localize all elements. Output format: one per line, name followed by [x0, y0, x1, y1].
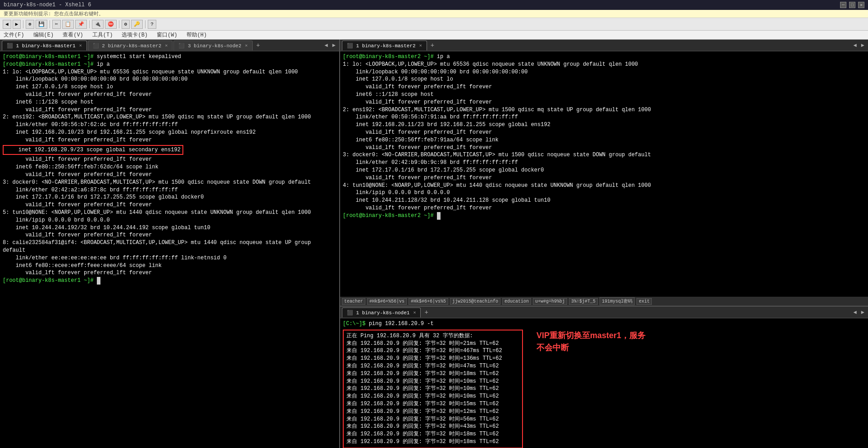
notification-text: 要更新功能特别提示: 您在点击鼠标右键时。 — [4, 10, 104, 17]
tab-node1-close[interactable]: ✕ — [413, 310, 416, 315]
ping-line-9: 来自 192.168.20.9 的回复: 字节=32 时间=15ms TTL=6… — [346, 400, 519, 408]
right-bottom-terminal[interactable]: [C:\~]$ ping 192.168.20.9 -t 正在 Ping 192… — [340, 318, 868, 448]
left-term-line-3: 1: lo: <LOOPBACK,UP,LOWER_UP> mtu 65536 … — [3, 68, 336, 76]
rt-line-20: inet 10.244.211.128/32 brd 10.244.211.12… — [343, 197, 865, 204]
status-jjw-top[interactable]: jjw2015@teachinfo — [450, 298, 500, 305]
tab-master2-right-close[interactable]: ✕ — [419, 43, 422, 48]
right-top-tab-bar: ⬛ 1 binary-k8s-master2 ✕ + ◀ ▶ — [340, 40, 868, 51]
tab-add-left[interactable]: + — [254, 42, 263, 49]
status-exit-top[interactable]: exit — [636, 298, 652, 305]
left-term-line-19: valid_lft forever preferred_lft forever — [3, 201, 336, 209]
tab-nav-left-next[interactable]: ▶ — [331, 42, 337, 49]
tab-node2-close[interactable]: ✕ — [245, 43, 248, 48]
toolbar-btn-connect[interactable]: 🔌 — [92, 20, 104, 29]
menu-help[interactable]: 帮助(H) — [185, 31, 209, 39]
status-3pct-top[interactable]: 3%!$j#T_5 — [569, 298, 598, 305]
rt-line-4: inet 127.0.0.1/8 scope host lo — [343, 76, 865, 83]
left-term-line-25: link/ether ee:ee:ee:ee:ee:ee brd ff:ff:f… — [3, 254, 336, 262]
status-uwg-top[interactable]: u+w#g=h9%bj — [533, 298, 567, 305]
left-term-line-9: 2: ens192: <BROADCAST,MULTICAST,UP,LOWER… — [3, 113, 336, 121]
left-term-line-14: inet6 fe80::250:56ff:feb7:62dc/64 scope … — [3, 163, 336, 171]
left-term-prompt: [root@binary-k8s-master1 ~]# — [3, 277, 336, 285]
rt-line-1: [root@binary-k8s-master2 ~]# ip a — [343, 53, 865, 61]
rt-line-6: inet6 ::1/128 scope host — [343, 91, 865, 99]
toolbar-btn-paste[interactable]: 📌 — [75, 20, 87, 29]
status-hk2-top[interactable]: #Hk$#6+6|vs%5 — [409, 298, 448, 305]
ping-line-10: 来自 192.168.20.9 的回复: 字节=32 时间=12ms TTL=6… — [346, 408, 519, 416]
toolbar-btn-keys[interactable]: 🔑 — [131, 20, 143, 29]
right-top-status-bar: teacher #Hk$#6+%56|vs #Hk$#6+6|vs%5 jjw2… — [340, 297, 868, 306]
right-bottom-pane: ⬛ 1 binary-k8s-node1 ✕ + ◀ ▶ [C:\~]$ pin… — [340, 306, 868, 448]
tab-node1[interactable]: ⬛ 1 binary-k8s-node1 ✕ — [342, 308, 421, 317]
left-terminal[interactable]: [root@binary-k8s-master1 ~]# systemctl s… — [0, 51, 339, 448]
tab-node2-label: ⬛ 3 binary-k8s-node2 — [178, 43, 241, 49]
ping-line-3: 来自 192.168.20.9 的回复: 字节=32 时间=136ms TTL=… — [346, 355, 519, 362]
ping-line-2: 来自 192.168.20.9 的回复: 字节=32 时间=467ms TTL=… — [346, 347, 519, 355]
tab-nav-right-top-next[interactable]: ▶ — [859, 42, 866, 49]
left-term-line-20: 5: tun10@NONE: <NOARP,UP,LOWER_UP> mtu 1… — [3, 209, 336, 217]
status-mysql-top[interactable]: 191mysql密码 — [600, 297, 635, 305]
tab-master1-close[interactable]: ✕ — [79, 43, 82, 48]
status-education-top[interactable]: education — [502, 298, 531, 305]
left-term-line-27: valid_lft forever preferred_lft forever — [3, 269, 336, 277]
tab-master1[interactable]: ⬛ 1 binary-k8s-master1 ✕ — [2, 41, 87, 50]
ping-output-box: 正在 Ping 192.168.20.9 具有 32 字节的数据: 来自 192… — [343, 330, 523, 448]
rt-line-2: 1: lo: <LOOPBACK,UP,LOWER_UP> mtu 65536 … — [343, 61, 865, 68]
menu-view[interactable]: 查看(V) — [61, 31, 85, 39]
rt-line-11: valid_lft forever preferred_lft forever — [343, 129, 865, 136]
left-tab-bar: ⬛ 1 binary-k8s-master1 ✕ ⬛ 2 binary-k8s-… — [0, 40, 339, 51]
toolbar-btn-new[interactable]: ⊕ — [26, 20, 34, 29]
status-teacher-top[interactable]: teacher — [342, 298, 365, 305]
rt-line-16: inet 172.17.0.1/16 brd 172.17.255.255 sc… — [343, 167, 865, 174]
tab-nav-right-bottom-next[interactable]: ▶ — [859, 309, 866, 316]
toolbar-btn-save[interactable]: 💾 — [36, 20, 47, 29]
tab-nav-right-top-prev[interactable]: ◀ — [852, 42, 859, 49]
minimize-button[interactable]: ─ — [840, 2, 846, 8]
window-title: binary-k8s-node1 - Xshell 6 — [4, 2, 91, 8]
ping-line-5: 来自 192.168.20.9 的回复: 字节=32 时间=18ms TTL=6… — [346, 370, 519, 378]
left-term-line-17: link/ether 02:42:a2:a6:87:8c brd ff:ff:f… — [3, 186, 336, 194]
rt-line-13: valid_lft forever preferred_lft forever — [343, 144, 865, 152]
toolbar-btn-cut[interactable]: ✂ — [52, 20, 61, 29]
tab-master2-left-label: ⬛ 2 binary-k8s-master2 — [93, 43, 162, 49]
tab-master2-left[interactable]: ⬛ 2 binary-k8s-master2 ✕ — [88, 41, 173, 50]
main-content: ⬛ 1 binary-k8s-master1 ✕ ⬛ 2 binary-k8s-… — [0, 40, 868, 448]
rt-line-21: valid_lft forever preferred_lft forever — [343, 204, 865, 212]
toolbar-btn-2[interactable]: ▶ — [13, 20, 21, 29]
rb-prompt-line: [C:\~]$ ping 192.168.20.9 -t — [343, 320, 865, 328]
menu-edit[interactable]: 编辑(E) — [32, 31, 56, 39]
rt-line-5: valid_lft forever preferred_lft forever — [343, 83, 865, 91]
tab-node2[interactable]: ⬛ 3 binary-k8s-node2 ✕ — [173, 41, 252, 50]
left-term-line-13: valid_lft forever preferred_lft forever — [3, 156, 336, 163]
maximize-button[interactable]: □ — [849, 2, 855, 8]
tab-add-right-bottom[interactable]: + — [422, 309, 431, 316]
ping-line-1: 来自 192.168.20.9 的回复: 字节=32 时间=21ms TTL=6… — [346, 340, 519, 348]
toolbar-btn-copy[interactable]: 📋 — [62, 20, 74, 29]
rt-prompt: [root@binary-k8s-master2 ~]# — [343, 212, 865, 220]
tab-nav-left-prev[interactable]: ◀ — [323, 42, 330, 49]
tab-master2-right[interactable]: ⬛ 1 binary-k8s-master2 ✕ — [342, 41, 427, 50]
menu-window[interactable]: 窗口(W) — [155, 31, 179, 39]
tab-master2-left-close[interactable]: ✕ — [165, 43, 168, 48]
left-term-line-18: inet 172.17.0.1/16 brd 172.17.255.255 sc… — [3, 194, 336, 201]
highlighted-inet-line: inet 192.168.20.9/23 scope global second… — [3, 145, 183, 155]
menu-file[interactable]: 文件(F) — [2, 31, 26, 39]
left-term-line-15: valid_lft forever preferred_lft forever — [3, 171, 336, 179]
ping-line-4: 来自 192.168.20.9 的回复: 字节=32 时间=47ms TTL=6… — [346, 362, 519, 370]
ping-line-14: 来自 192.168.20.9 的回复: 字节=32 时间=18ms TTL=6… — [346, 438, 519, 446]
menu-tabs[interactable]: 选项卡(B) — [120, 31, 150, 39]
tab-add-right-top[interactable]: + — [428, 42, 437, 49]
right-top-terminal[interactable]: [root@binary-k8s-master2 ~]# ip a 1: lo:… — [340, 51, 868, 297]
toolbar-btn-1[interactable]: ◀ — [3, 20, 11, 29]
menu-tools[interactable]: 工具(T) — [91, 31, 115, 39]
close-button[interactable]: ✕ — [858, 2, 864, 8]
toolbar-btn-disconnect[interactable]: ⛔ — [105, 20, 117, 29]
left-pane: ⬛ 1 binary-k8s-master1 ✕ ⬛ 2 binary-k8s-… — [0, 40, 340, 448]
tab-nav-right-bottom-prev[interactable]: ◀ — [852, 309, 859, 316]
left-term-line-22: inet 10.244.244.192/32 brd 10.244.244.19… — [3, 224, 336, 232]
status-hk1-top[interactable]: #Hk$#6+%56|vs — [367, 298, 407, 305]
toolbar-btn-help[interactable]: ? — [148, 20, 156, 29]
toolbar-btn-settings[interactable]: ⚙ — [122, 20, 130, 29]
window-controls[interactable]: ─ □ ✕ — [840, 2, 864, 8]
notification-bar: 要更新功能特别提示: 您在点击鼠标右键时。 — [0, 10, 868, 18]
